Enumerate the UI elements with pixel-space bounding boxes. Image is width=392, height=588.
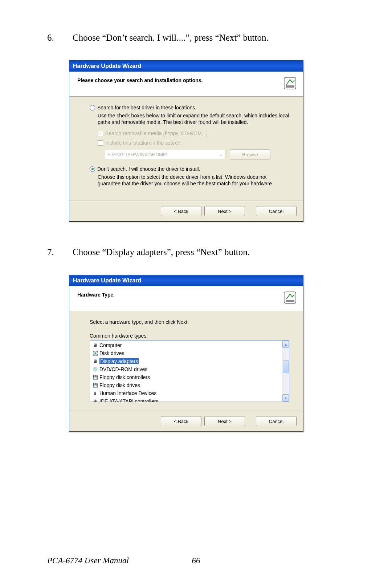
step-6-number: 6. xyxy=(47,33,73,43)
scroll-down-icon[interactable]: ▾ xyxy=(282,394,289,402)
step-7-number: 7. xyxy=(47,247,73,257)
list-label: Common hardware types: xyxy=(90,333,289,339)
device-icon xyxy=(283,77,297,90)
list-item[interactable]: 💾 Floppy disk controllers xyxy=(91,373,281,381)
chevron-down-icon: ⌄ xyxy=(218,152,224,157)
cancel-button[interactable]: Cancel xyxy=(256,416,297,426)
dialog2-header: Hardware Type. xyxy=(77,291,115,298)
dialog2-title: Hardware Update Wizard xyxy=(69,275,303,286)
dialog-hardware-type: Hardware Update Wizard Hardware Type. Se… xyxy=(69,275,303,432)
checkbox-include-label: Include this location in the search: xyxy=(105,140,182,146)
list-item[interactable]: 💽 Disk drives xyxy=(91,349,281,357)
next-button[interactable]: Next > xyxy=(204,206,245,216)
back-button[interactable]: < Back xyxy=(161,206,201,216)
device-icon xyxy=(283,291,297,304)
svg-rect-1 xyxy=(286,85,294,88)
svg-rect-3 xyxy=(286,300,294,302)
checkbox-removable-label: Search removable media (floppy, CD-ROM..… xyxy=(105,130,208,136)
path-value: E:\ENGLISH\WINXP\HOME\ xyxy=(107,152,167,157)
list-item[interactable]: 🖥 Display adapters xyxy=(91,357,281,365)
dialog1-header: Please choose your search and installati… xyxy=(77,77,203,83)
hardware-type-listbox[interactable]: 🖥 Computer 💽 Disk drives 🖥 Display adapt… xyxy=(90,340,289,402)
scroll-up-icon[interactable]: ▴ xyxy=(282,341,289,348)
checkbox-removable-media[interactable]: ✓ xyxy=(98,131,103,136)
cancel-button[interactable]: Cancel xyxy=(256,206,297,216)
footer-manual-name: PCA-6774 User Manual xyxy=(47,556,129,565)
list-item[interactable]: 💾 Floppy disk drives xyxy=(91,381,281,389)
radio-search-best[interactable] xyxy=(90,105,95,110)
dialog1-title: Hardware Update Wizard xyxy=(69,61,303,72)
floppy-drive-icon: 💾 xyxy=(92,382,98,388)
display-adapter-icon: 🖥 xyxy=(92,358,98,364)
opt1-desc: Use the check boxes below to limit or ex… xyxy=(98,113,289,125)
back-button[interactable]: < Back xyxy=(161,416,201,426)
list-item[interactable]: 🖥 Computer xyxy=(91,341,281,349)
radio-dont-search[interactable] xyxy=(90,166,95,172)
computer-icon: 🖥 xyxy=(92,342,98,348)
cdrom-icon: 💿 xyxy=(92,366,98,372)
next-button[interactable]: Next > xyxy=(204,416,245,426)
path-combo[interactable]: E:\ENGLISH\WINXP\HOME\ ⌄ xyxy=(105,150,225,159)
list-scrollbar[interactable]: ▴ ▾ xyxy=(282,341,289,402)
scroll-thumb[interactable] xyxy=(283,360,289,373)
disk-drive-icon: 💽 xyxy=(92,350,98,356)
step-7-text: Choose “Display adapters”, press “Next” … xyxy=(73,247,345,257)
footer-page-number: 66 xyxy=(192,556,200,565)
checkbox-include-location[interactable] xyxy=(98,140,103,146)
dialog-search-options: Hardware Update Wizard Please choose you… xyxy=(69,60,303,222)
list-item[interactable]: 🖱 Human Interface Devices xyxy=(91,389,281,397)
floppy-controller-icon: 💾 xyxy=(92,374,98,380)
list-item[interactable]: 🔌 IDE ATA/ATAPI controllers xyxy=(91,397,281,402)
radio-dont-search-label: Don't search. I will choose the driver t… xyxy=(97,166,200,172)
step-6-text: Choose “Don’t search. I will....”, press… xyxy=(73,33,345,43)
browse-button[interactable]: Browse xyxy=(230,149,270,160)
instruction-text: Select a hardware type, and then click N… xyxy=(90,319,289,325)
list-item[interactable]: 💿 DVD/CD-ROM drives xyxy=(91,365,281,373)
opt2-desc: Choose this option to select the device … xyxy=(98,174,289,187)
radio-search-best-label: Search for the best driver in these loca… xyxy=(97,105,196,110)
hid-icon: 🖱 xyxy=(92,390,98,396)
ide-controller-icon: 🔌 xyxy=(92,398,98,402)
